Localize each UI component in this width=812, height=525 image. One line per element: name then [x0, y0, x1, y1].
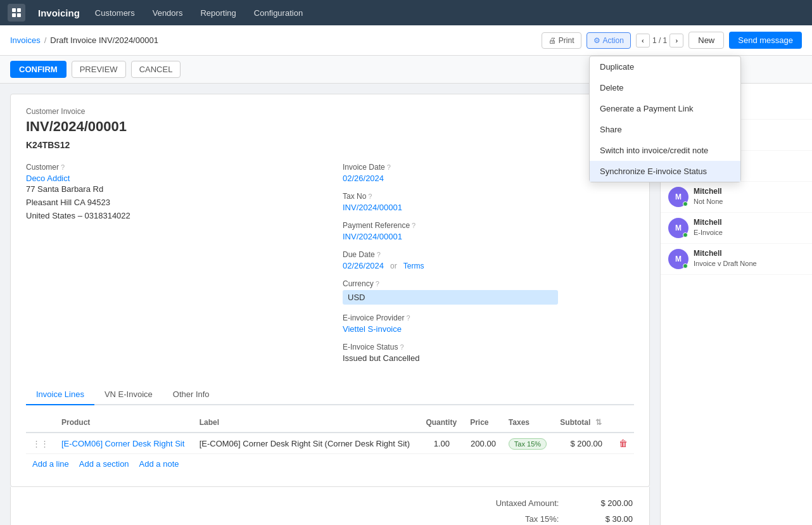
- action-button[interactable]: ⚙ Action: [587, 32, 631, 49]
- col-subtotal: Subtotal ⇅: [554, 413, 609, 433]
- col-price: Price: [464, 413, 502, 433]
- menu-item-duplicate[interactable]: Duplicate: [590, 56, 740, 77]
- currency-help-icon[interactable]: ?: [376, 280, 379, 288]
- customer-help-icon[interactable]: ?: [61, 163, 65, 171]
- col-quantity: Quantity: [419, 413, 464, 433]
- header-right-actions: 🖨 Print ⚙ Action ‹ 1 / 1 › New Send mess…: [542, 32, 802, 49]
- row-delete[interactable]: 🗑: [609, 433, 634, 454]
- row-product[interactable]: [E-COM06] Corner Desk Right Sit: [55, 433, 193, 454]
- tax-no-label: Tax No ?: [343, 192, 634, 201]
- col-label: Label: [193, 413, 420, 433]
- tax-row: Tax 15%: $ 30.00: [445, 512, 633, 525]
- preview-button[interactable]: PREVIEW: [72, 61, 126, 78]
- menu-item-delete[interactable]: Delete: [590, 77, 740, 98]
- customer-field: Customer ? Deco Addict 77 Santa Barbara …: [26, 163, 317, 222]
- action-label: Action: [603, 36, 624, 45]
- app-name: Invoicing: [38, 8, 80, 18]
- einvoice-provider-field: E-invoice Provider ? Viettel S-invoice: [343, 313, 634, 334]
- invoice-type: Customer Invoice: [26, 107, 634, 116]
- confirm-button[interactable]: CONFIRM: [10, 61, 67, 78]
- einvoice-status-field: E-Invoice Status ? Issued but Cancelled: [343, 343, 634, 363]
- customer-name[interactable]: Deco Addict: [26, 174, 317, 183]
- add-row: Add a line Add a section Add a note: [26, 454, 634, 474]
- due-date-value[interactable]: 02/26/2024: [343, 261, 384, 270]
- nav-customers[interactable]: Customers: [92, 7, 137, 19]
- tab-vn-einvoice[interactable]: VN E-Invoice: [94, 384, 163, 405]
- col-taxes: Taxes: [502, 413, 554, 433]
- add-section-link[interactable]: Add a section: [79, 459, 129, 469]
- tax-no-field: Tax No ? INV/2024/00001: [343, 192, 634, 212]
- payment-ref-value[interactable]: INV/2024/00001: [343, 232, 634, 241]
- add-note-link[interactable]: Add a note: [139, 459, 179, 469]
- customer-address: 77 Santa Barbara Rd Pleasant Hill CA 945…: [26, 183, 317, 222]
- avatar-3: M: [668, 187, 688, 207]
- untaxed-label: Untaxed Amount:: [445, 496, 569, 510]
- form-card: Customer Invoice INV/2024/00001 K24TBS12…: [10, 94, 650, 487]
- pager-next[interactable]: ›: [669, 34, 683, 47]
- tab-invoice-lines[interactable]: Invoice Lines: [26, 384, 94, 405]
- payment-ref-help-icon[interactable]: ?: [412, 222, 416, 229]
- drag-handle[interactable]: ⋮⋮: [26, 433, 55, 454]
- col-drag: [26, 413, 55, 433]
- tax-badge[interactable]: Tax 15%: [509, 438, 547, 450]
- nav-reporting[interactable]: Reporting: [198, 7, 238, 19]
- einvoice-provider-label: E-invoice Provider ?: [343, 313, 634, 322]
- row-price[interactable]: 200.00: [464, 433, 502, 454]
- row-tax: Tax 15%: [502, 433, 554, 454]
- form-area: Customer Invoice INV/2024/00001 K24TBS12…: [0, 84, 660, 525]
- einvoice-provider-help-icon[interactable]: ?: [406, 314, 410, 322]
- nav-configuration[interactable]: Configuration: [251, 7, 305, 19]
- pager: ‹ 1 / 1 ›: [636, 34, 683, 47]
- chatter-content-4: Mitchell E-Invoice: [694, 218, 804, 238]
- svg-rect-3: [17, 13, 21, 17]
- tax-no-help-icon[interactable]: ?: [368, 193, 372, 200]
- action-dropdown-menu: Duplicate Delete Generate a Payment Link…: [589, 56, 741, 182]
- tabs-nav: Invoice Lines VN E-Invoice Other Info: [26, 384, 634, 405]
- svg-rect-2: [12, 13, 16, 17]
- payment-ref-field: Payment Reference ? INV/2024/00001: [343, 221, 634, 241]
- sort-icon[interactable]: ⇅: [595, 418, 602, 427]
- due-date-label: Due Date ?: [343, 250, 634, 259]
- tax-label: Tax 15%:: [445, 512, 569, 525]
- form-grid: Customer ? Deco Addict 77 Santa Barbara …: [26, 163, 634, 372]
- gear-icon: ⚙: [593, 36, 600, 45]
- menu-item-share[interactable]: Share: [590, 119, 740, 140]
- chatter-item-5: M Mitchell Invoice v Draft None: [661, 244, 812, 275]
- due-date-help-icon[interactable]: ?: [377, 251, 381, 258]
- menu-item-generate-payment-link[interactable]: Generate a Payment Link: [590, 98, 740, 119]
- einvoice-status-help-icon[interactable]: ?: [400, 343, 403, 351]
- einvoice-provider-value[interactable]: Viettel S-invoice: [343, 324, 634, 334]
- due-date-field: Due Date ? 02/26/2024 or Terms: [343, 250, 634, 270]
- send-message-button[interactable]: Send message: [729, 32, 802, 49]
- invoice-number: INV/2024/00001: [26, 118, 634, 135]
- chatter-item-4: M Mitchell E-Invoice: [661, 213, 812, 244]
- print-label: Print: [559, 36, 574, 45]
- menu-item-switch-invoice[interactable]: Switch into invoice/credit note: [590, 140, 740, 161]
- chatter-item-3: M Mitchell Not None: [661, 182, 812, 213]
- breadcrumb: Invoices / Draft Invoice INV/2024/00001: [10, 35, 158, 45]
- row-label: [E-COM06] Corner Desk Right Sit (Corner …: [193, 433, 420, 454]
- new-button[interactable]: New: [688, 32, 724, 49]
- totals-table: Untaxed Amount: $ 200.00 Tax 15%: $ 30.0…: [444, 495, 634, 525]
- add-line-link[interactable]: Add a line: [32, 459, 69, 469]
- untaxed-value: $ 200.00: [570, 496, 633, 510]
- terms-link[interactable]: Terms: [403, 262, 424, 270]
- menu-item-sync-einvoice[interactable]: Synchronize E-invoice Status: [590, 161, 740, 182]
- nav-vendors[interactable]: Vendors: [150, 7, 186, 19]
- app-icon[interactable]: [8, 4, 25, 22]
- tab-other-info[interactable]: Other Info: [163, 384, 220, 405]
- secondary-nav: Invoices / Draft Invoice INV/2024/00001 …: [0, 25, 812, 56]
- currency-field: Currency ? USD: [343, 279, 634, 305]
- invoice-date-help-icon[interactable]: ?: [387, 163, 391, 171]
- tax-no-value[interactable]: INV/2024/00001: [343, 203, 634, 212]
- currency-value[interactable]: USD: [343, 290, 634, 305]
- einvoice-status-value: Issued but Cancelled: [343, 353, 634, 363]
- row-quantity[interactable]: 1.00: [419, 433, 464, 454]
- invoice-ref: K24TBS12: [26, 140, 634, 150]
- tax-value: $ 30.00: [570, 512, 633, 525]
- print-button[interactable]: 🖨 Print: [542, 32, 581, 49]
- pager-prev[interactable]: ‹: [636, 34, 650, 47]
- cancel-button[interactable]: CANCEL: [131, 61, 181, 78]
- payment-ref-label: Payment Reference ?: [343, 221, 634, 230]
- breadcrumb-parent[interactable]: Invoices: [10, 35, 41, 45]
